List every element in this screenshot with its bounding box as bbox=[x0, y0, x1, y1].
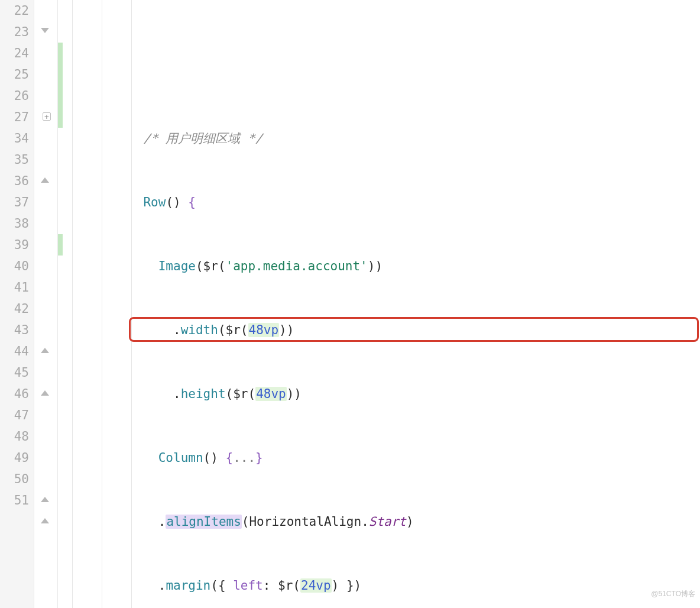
dot: . bbox=[173, 323, 181, 337]
line-number-gutter: 22 23 24 25 26 27 34 35 36 37 38 39 40 4… bbox=[0, 0, 34, 608]
line-number[interactable]: 25 bbox=[4, 64, 29, 85]
paren: ) bbox=[332, 578, 339, 593]
fold-collapse-end-icon[interactable] bbox=[41, 177, 49, 183]
paren: ( bbox=[241, 323, 248, 337]
fold-collapse-end-icon[interactable] bbox=[41, 497, 49, 502]
line-number[interactable]: 46 bbox=[4, 383, 29, 405]
line-number[interactable]: 27 bbox=[4, 106, 29, 128]
dollar-r: $r bbox=[203, 259, 218, 273]
dot: . bbox=[361, 515, 369, 529]
paren: ( bbox=[226, 387, 234, 401]
comment-close: */ bbox=[240, 131, 262, 145]
code-line[interactable]: Image($r('app.media.account')) bbox=[66, 256, 700, 277]
change-marker bbox=[58, 43, 63, 128]
dot: . bbox=[158, 578, 166, 593]
line-number[interactable]: 44 bbox=[4, 341, 29, 362]
code-line[interactable]: .alignItems(HorizontalAlign.Start) bbox=[66, 511, 700, 532]
paren: ( bbox=[218, 259, 226, 273]
line-number[interactable]: 51 bbox=[4, 490, 29, 511]
line-number[interactable]: 23 bbox=[4, 21, 29, 43]
dollar-r: $r bbox=[226, 323, 241, 337]
line-number[interactable]: 50 bbox=[4, 468, 29, 490]
code-line[interactable]: Row() { bbox=[66, 192, 700, 213]
line-number[interactable]: 24 bbox=[4, 43, 29, 64]
parens: () bbox=[166, 195, 180, 209]
fold-collapse-end-icon[interactable] bbox=[41, 390, 49, 396]
fold-collapse-end-icon[interactable] bbox=[41, 348, 49, 353]
fold-column: + bbox=[34, 0, 58, 608]
call-column: Column bbox=[158, 451, 203, 465]
change-marker-column bbox=[58, 0, 66, 608]
line-number[interactable]: 40 bbox=[4, 256, 29, 277]
line-number[interactable]: 36 bbox=[4, 170, 29, 192]
param-value: 48vp bbox=[248, 323, 280, 337]
line-number[interactable]: 38 bbox=[4, 213, 29, 234]
line-number[interactable]: 22 bbox=[4, 0, 29, 21]
dollar-r: $r bbox=[278, 578, 293, 593]
code-line[interactable]: Column() {...} bbox=[66, 447, 700, 468]
watermark: @51CTO博客 bbox=[651, 583, 695, 604]
colon: : bbox=[263, 578, 278, 593]
brace: { bbox=[218, 451, 233, 465]
code-editor: 22 23 24 25 26 27 34 35 36 37 38 39 40 4… bbox=[0, 0, 700, 608]
comment-text: 用户明细区域 bbox=[166, 131, 240, 145]
fold-collapse-icon[interactable] bbox=[41, 28, 49, 33]
method-height: height bbox=[181, 387, 226, 401]
line-number[interactable]: 37 bbox=[4, 192, 29, 213]
paren: }) bbox=[339, 578, 361, 593]
code-line[interactable]: /* 用户明细区域 */ bbox=[66, 128, 700, 149]
call-image: Image bbox=[158, 259, 196, 273]
paren: ( bbox=[242, 515, 249, 529]
parens: () bbox=[203, 451, 218, 465]
paren: ( bbox=[196, 259, 203, 273]
brace: { bbox=[181, 195, 196, 209]
line-number[interactable]: 42 bbox=[4, 298, 29, 319]
fold-expand-icon[interactable]: + bbox=[43, 112, 51, 121]
dot: . bbox=[173, 387, 181, 401]
paren: )) bbox=[279, 323, 294, 337]
paren: )) bbox=[368, 259, 383, 273]
method-margin: margin bbox=[166, 578, 210, 593]
code-line[interactable]: .margin({ left: $r(24vp) }) bbox=[66, 575, 700, 596]
paren: ({ bbox=[210, 578, 233, 593]
object-key: left bbox=[233, 578, 263, 593]
string-literal: 'app.media.account' bbox=[226, 259, 368, 273]
dollar-r: $r bbox=[233, 387, 248, 401]
line-number[interactable]: 39 bbox=[4, 234, 29, 256]
line-number[interactable]: 41 bbox=[4, 277, 29, 298]
fold-collapse-end-icon[interactable] bbox=[41, 518, 49, 523]
comment-open: /* bbox=[143, 131, 166, 145]
dot: . bbox=[158, 515, 166, 529]
line-number[interactable]: 49 bbox=[4, 447, 29, 468]
code-area[interactable]: /* 用户明细区域 */ Row() { Image($r('app.media… bbox=[66, 0, 700, 608]
line-number[interactable]: 34 bbox=[4, 128, 29, 149]
enum-value: Start bbox=[369, 515, 406, 529]
paren: ( bbox=[218, 323, 226, 337]
paren: ( bbox=[248, 387, 255, 401]
line-number[interactable]: 47 bbox=[4, 405, 29, 426]
call-row: Row bbox=[143, 195, 166, 209]
line-number[interactable]: 45 bbox=[4, 362, 29, 383]
change-marker bbox=[58, 234, 63, 256]
line-number[interactable]: 35 bbox=[4, 149, 29, 170]
param-value: 48vp bbox=[255, 387, 287, 401]
code-line[interactable]: .height($r(48vp)) bbox=[66, 383, 700, 405]
brace: } bbox=[255, 451, 263, 465]
line-number[interactable]: 26 bbox=[4, 85, 29, 106]
type-name: HorizontalAlign bbox=[249, 515, 361, 529]
param-value: 24vp bbox=[300, 578, 332, 593]
method-width: width bbox=[181, 323, 218, 337]
paren: )) bbox=[287, 387, 302, 401]
folded-ellipsis[interactable]: ... bbox=[233, 451, 255, 465]
paren: ( bbox=[293, 578, 300, 593]
method-alignitems: alignItems bbox=[166, 515, 241, 529]
code-line[interactable]: .width($r(48vp)) bbox=[66, 319, 700, 341]
line-number[interactable]: 43 bbox=[4, 319, 29, 341]
line-number[interactable]: 48 bbox=[4, 426, 29, 447]
paren: ) bbox=[406, 515, 414, 529]
